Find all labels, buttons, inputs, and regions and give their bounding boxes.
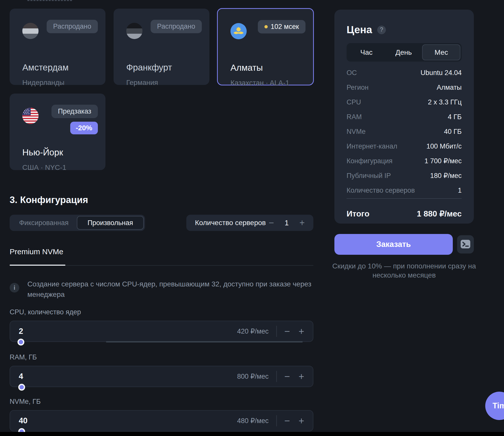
chat-widget-button[interactable]: Tim <box>485 392 504 420</box>
price-panel-title: Цена <box>347 24 372 36</box>
tab-day[interactable]: День <box>385 44 422 60</box>
spec-row-public-ip: Публичный IP180 ₽/мес <box>347 168 462 183</box>
location-region: Казахстан · ALA-1 <box>230 79 289 87</box>
discount-badge: -20% <box>70 122 98 134</box>
netherlands-flag-icon <box>22 23 39 39</box>
latency-badge: 102 мсек <box>258 20 305 33</box>
location-card-frankfurt[interactable]: Распродано Франкфурт Германия <box>114 9 209 85</box>
tab-premium-nvme[interactable]: Premium NVMe <box>10 247 63 256</box>
spec-row-nvme: NVMe40 ГБ <box>347 124 462 139</box>
location-region: Германия <box>126 79 158 87</box>
mode-custom-tab[interactable]: Произвольная <box>77 216 144 230</box>
germany-flag-icon <box>126 23 142 39</box>
order-button[interactable]: Заказать <box>334 234 453 255</box>
spec-row-configuration: Конфигурация1 700 ₽/мес <box>347 154 462 168</box>
terminal-icon <box>460 240 471 249</box>
divider <box>276 326 277 337</box>
spec-row-ram: RAM4 ГБ <box>347 110 462 124</box>
nvme-plus-button[interactable]: + <box>299 416 304 426</box>
ram-slider-label: RAM, ГБ <box>10 353 37 361</box>
config-mode-toggle: Фиксированная Произвольная <box>10 215 145 231</box>
soldout-badge: Распродано <box>47 20 98 33</box>
spec-row-region: РегионАлматы <box>347 80 462 95</box>
spec-row-cpu: CPU2 x 3.3 ГГц <box>347 95 462 110</box>
cpu-slider-track[interactable] <box>106 341 303 342</box>
total-row: Итого 1 880 ₽/мес <box>347 206 462 221</box>
location-city: Алматы <box>230 63 263 73</box>
location-city: Нью-Йорк <box>22 147 63 157</box>
preorder-badge: Предзаказ <box>51 105 98 118</box>
kazakhstan-flag-icon <box>230 23 247 39</box>
servers-count-value: 1 <box>285 219 289 227</box>
cpu-plus-button[interactable]: + <box>299 326 304 336</box>
console-button[interactable] <box>457 235 474 253</box>
total-value: 1 880 ₽/мес <box>417 209 462 219</box>
billing-period-tabs: Час День Мес <box>347 43 462 62</box>
nvme-slider-card: 40 480 ₽/мес − + <box>10 410 313 431</box>
soldout-badge: Распродано <box>151 20 202 33</box>
cpu-minus-button[interactable]: − <box>284 326 290 336</box>
help-icon[interactable]: ? <box>377 26 386 34</box>
section-heading-configuration: 3. Конфигурация <box>10 195 88 205</box>
bottom-edge <box>0 432 504 436</box>
discount-note: Скидки до 10% — при пополнении сразу на … <box>332 262 476 280</box>
servers-count-label: Количество серверов <box>195 219 266 227</box>
spec-list: ОСUbuntu 24.04 РегионАлматы CPU2 x 3.3 Г… <box>347 65 462 198</box>
price-panel: Цена ? Час День Мес ОСUbuntu 24.04 Регио… <box>334 10 474 224</box>
mode-fixed-tab[interactable]: Фиксированная <box>11 216 77 230</box>
cpu-slider-label: CPU, количество ядер <box>10 308 81 316</box>
location-city: Амстердам <box>22 62 69 72</box>
ram-price: 800 ₽/мес <box>237 372 268 380</box>
location-card-almaty-selected[interactable]: 102 мсек Алматы Казахстан · ALA-1 <box>217 8 314 85</box>
nvme-slider-label: NVMe, ГБ <box>10 398 41 406</box>
active-tab-underline <box>10 265 65 266</box>
servers-plus-button[interactable]: + <box>299 218 305 227</box>
ram-plus-button[interactable]: + <box>299 372 304 381</box>
cpu-value: 2 <box>19 327 23 336</box>
servers-count-stepper: Количество серверов − 1 + <box>186 215 313 231</box>
dashed-underline-cropped <box>27 0 72 1</box>
ram-slider-thumb[interactable] <box>18 384 25 391</box>
divider <box>276 415 277 426</box>
location-card-newyork[interactable]: Предзаказ -20% Нью-Йорк США · NYC-1 <box>10 94 105 170</box>
spec-row-bandwidth: Интернет-канал100 Мбит/с <box>347 139 462 154</box>
location-card-amsterdam[interactable]: Распродано Амстердам Нидерланды <box>10 9 105 85</box>
total-label: Итого <box>347 209 369 219</box>
cpu-limit-info-text: Создание сервера с числом CPU-ядер, прев… <box>27 279 314 300</box>
nvme-price: 480 ₽/мес <box>237 417 268 425</box>
location-region: Нидерланды <box>22 79 64 87</box>
info-icon: i <box>10 283 19 293</box>
spec-row-server-count: Количество серверов1 <box>347 183 462 198</box>
cpu-slider-card: 2 420 ₽/мес − + <box>10 321 313 342</box>
usa-flag-icon <box>22 108 39 124</box>
tab-month[interactable]: Мес <box>422 44 460 60</box>
nvme-minus-button[interactable]: − <box>284 416 290 426</box>
ping-dot-icon <box>264 25 268 28</box>
ram-slider-card: 4 800 ₽/мес − + <box>10 366 313 387</box>
cpu-slider-thumb[interactable] <box>17 339 24 346</box>
location-city: Франкфурт <box>126 62 172 72</box>
spec-row-os: ОСUbuntu 24.04 <box>347 65 462 80</box>
cpu-price: 420 ₽/мес <box>237 327 268 335</box>
divider <box>276 371 277 382</box>
total-divider <box>347 198 462 199</box>
ram-minus-button[interactable]: − <box>284 372 290 381</box>
location-region: США · NYC-1 <box>22 164 66 172</box>
servers-minus-button[interactable]: − <box>269 218 274 227</box>
tab-hour[interactable]: Час <box>348 44 385 60</box>
nvme-value: 40 <box>19 416 27 425</box>
ram-value: 4 <box>19 372 23 381</box>
